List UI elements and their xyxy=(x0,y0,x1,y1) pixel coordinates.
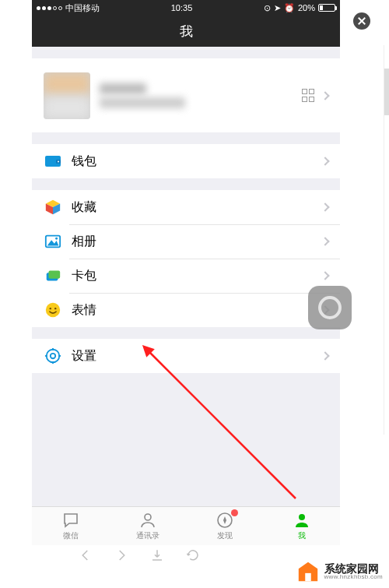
page-root: 中国移动 10:35 ⊙ ➤ ⏰ 20% 我 xyxy=(0,0,389,588)
watermark-title: 系统家园网 xyxy=(324,563,384,574)
tab-me[interactable]: 我 xyxy=(263,507,340,545)
qr-code-icon[interactable] xyxy=(302,89,316,103)
tab-bar: 微信 通讯录 发现 我 xyxy=(32,506,340,545)
watermark-url: www.hnzkhbsb.com xyxy=(324,574,384,580)
nav-bar: 我 xyxy=(32,16,340,47)
group-settings: 设置 xyxy=(32,339,340,373)
row-label: 设置 xyxy=(72,348,96,364)
tab-label: 我 xyxy=(298,530,306,541)
assistive-touch-button[interactable] xyxy=(308,286,352,329)
status-bar: 中国移动 10:35 ⊙ ➤ ⏰ 20% xyxy=(32,0,340,16)
chevron-right-icon xyxy=(321,202,329,211)
logo-icon xyxy=(296,560,320,583)
row-label: 相册 xyxy=(72,234,96,250)
chevron-right-icon xyxy=(321,237,329,245)
row-label: 表情 xyxy=(72,302,96,319)
clock: 10:35 xyxy=(171,3,193,12)
avatar xyxy=(44,72,90,119)
carrier-label: 中国移动 xyxy=(65,2,100,14)
svg-marker-7 xyxy=(47,240,59,245)
svg-marker-22 xyxy=(223,516,226,524)
adjacent-page-sliver xyxy=(384,45,389,435)
tab-label: 微信 xyxy=(63,530,79,541)
smiley-icon xyxy=(44,301,62,319)
watermark: 系统家园网 www.hnzkhbsb.com xyxy=(296,560,384,583)
notification-badge xyxy=(231,509,238,516)
tab-label: 通讯录 xyxy=(136,530,159,541)
signal-dots-icon xyxy=(37,6,62,10)
chevron-right-icon xyxy=(321,351,329,360)
svg-point-12 xyxy=(50,308,51,309)
gear-icon xyxy=(44,347,62,365)
group-wallet: 钱包 xyxy=(32,144,340,178)
svg-point-8 xyxy=(55,238,58,240)
row-stickers[interactable]: 表情 xyxy=(32,293,340,327)
svg-rect-10 xyxy=(49,271,61,279)
row-wallet[interactable]: 钱包 xyxy=(32,144,340,178)
tab-label: 发现 xyxy=(217,530,233,541)
refresh-icon[interactable] xyxy=(186,548,200,562)
viewer-toolbar xyxy=(32,544,340,567)
forward-icon[interactable] xyxy=(114,548,128,562)
row-settings[interactable]: 设置 xyxy=(32,339,340,373)
tab-chats[interactable]: 微信 xyxy=(32,507,109,545)
tab-discover[interactable]: 发现 xyxy=(186,507,263,545)
svg-point-20 xyxy=(145,514,151,520)
close-button[interactable] xyxy=(353,12,370,30)
chat-bubble-icon xyxy=(61,511,80,530)
wallet-icon xyxy=(44,152,62,171)
card-stack-icon xyxy=(44,266,62,285)
tab-contacts[interactable]: 通讯录 xyxy=(109,507,186,545)
row-label: 钱包 xyxy=(72,153,96,170)
profile-row[interactable] xyxy=(32,58,340,132)
chevron-right-icon xyxy=(321,271,329,280)
page-title: 我 xyxy=(180,23,193,40)
row-label: 收藏 xyxy=(72,199,96,216)
group-content: 收藏 相册 卡包 表情 xyxy=(32,190,340,327)
profile-name-block xyxy=(100,80,302,111)
svg-point-13 xyxy=(54,308,56,309)
svg-point-2 xyxy=(58,161,59,163)
photo-icon xyxy=(44,232,62,251)
chevron-right-icon xyxy=(321,157,329,165)
person-icon xyxy=(138,511,157,530)
svg-rect-27 xyxy=(305,573,311,581)
lock-icon: ⊙ xyxy=(264,3,271,13)
chevron-right-icon xyxy=(321,91,329,100)
svg-point-15 xyxy=(51,354,55,358)
battery-pct: 20% xyxy=(298,3,315,12)
person-filled-icon xyxy=(293,511,311,530)
back-icon[interactable] xyxy=(79,548,93,562)
cube-icon xyxy=(44,198,62,217)
row-label: 卡包 xyxy=(72,268,96,284)
alarm-icon: ⏰ xyxy=(284,3,295,13)
close-icon xyxy=(358,17,366,25)
location-icon: ➤ xyxy=(274,3,281,13)
svg-point-23 xyxy=(299,514,305,520)
row-favorites[interactable]: 收藏 xyxy=(32,190,340,224)
phone-screenshot: 中国移动 10:35 ⊙ ➤ ⏰ 20% 我 xyxy=(32,0,340,545)
row-cards[interactable]: 卡包 xyxy=(32,259,340,293)
download-icon[interactable] xyxy=(150,548,164,562)
svg-point-11 xyxy=(46,303,60,317)
svg-point-14 xyxy=(47,350,60,363)
row-album[interactable]: 相册 xyxy=(32,224,340,259)
battery-icon xyxy=(318,4,335,12)
